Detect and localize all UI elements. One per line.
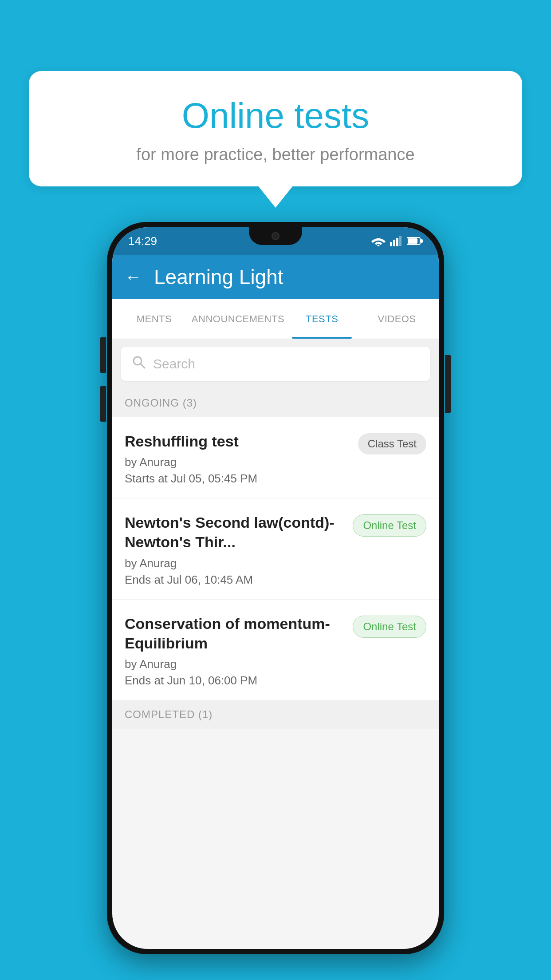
camera — [272, 232, 279, 240]
phone-frame: 14:29 — [107, 222, 444, 954]
test-badge-3: Online Test — [353, 616, 426, 638]
test-list: Reshuffling test by Anurag Starts at Jul… — [112, 417, 439, 700]
tabs-bar: MENTS ANNOUNCEMENTS TESTS VIDEOS — [112, 299, 439, 339]
test-name-2: Newton's Second law(contd)-Newton's Thir… — [125, 513, 346, 552]
app-bar: ← Learning Light — [112, 255, 439, 299]
svg-rect-7 — [421, 239, 423, 243]
notch — [249, 227, 302, 245]
bubble-subtitle: for more practice, better performance — [55, 145, 496, 164]
battery-icon — [407, 237, 423, 245]
test-by-1: by Anurag — [125, 455, 351, 469]
search-container: Search — [112, 339, 439, 389]
svg-rect-6 — [408, 238, 417, 244]
wifi-icon — [371, 236, 386, 246]
signal-icon — [390, 236, 402, 246]
svg-line-9 — [140, 364, 145, 368]
test-name-1: Reshuffling test — [125, 431, 351, 451]
tab-announcements[interactable]: ANNOUNCEMENTS — [192, 299, 284, 339]
svg-rect-4 — [399, 236, 401, 246]
promo-bubble: Online tests for more practice, better p… — [29, 71, 522, 186]
svg-rect-3 — [396, 238, 398, 246]
test-info-2: Newton's Second law(contd)-Newton's Thir… — [125, 513, 346, 586]
volume-down-button[interactable] — [100, 386, 106, 422]
app-title: Learning Light — [154, 265, 283, 289]
test-item-1[interactable]: Reshuffling test by Anurag Starts at Jul… — [112, 417, 439, 498]
phone-screen: 14:29 — [112, 227, 439, 949]
tab-videos[interactable]: VIDEOS — [359, 299, 434, 339]
search-box[interactable]: Search — [121, 347, 430, 381]
power-button[interactable] — [445, 355, 451, 413]
test-time-2: Ends at Jul 06, 10:45 AM — [125, 573, 346, 587]
volume-up-button[interactable] — [100, 337, 106, 373]
test-item-3[interactable]: Conservation of momentum-Equilibrium by … — [112, 600, 439, 700]
test-badge-1: Class Test — [358, 433, 426, 454]
test-by-3: by Anurag — [125, 657, 346, 671]
svg-rect-1 — [390, 242, 392, 246]
test-by-2: by Anurag — [125, 557, 346, 570]
bubble-title: Online tests — [55, 95, 496, 136]
test-time-1: Starts at Jul 05, 05:45 PM — [125, 472, 351, 486]
test-info-1: Reshuffling test by Anurag Starts at Jul… — [125, 431, 351, 486]
test-time-3: Ends at Jun 10, 06:00 PM — [125, 674, 346, 688]
completed-section-header: COMPLETED (1) — [112, 700, 439, 729]
test-name-3: Conservation of momentum-Equilibrium — [125, 614, 346, 653]
completed-label: COMPLETED (1) — [125, 708, 213, 720]
svg-rect-2 — [393, 240, 395, 246]
svg-point-0 — [378, 245, 380, 247]
test-item-2[interactable]: Newton's Second law(contd)-Newton's Thir… — [112, 498, 439, 599]
ongoing-section-header: ONGOING (3) — [112, 389, 439, 417]
search-placeholder: Search — [153, 356, 195, 371]
test-badge-2: Online Test — [353, 514, 426, 537]
back-button[interactable]: ← — [125, 268, 142, 287]
status-icons — [371, 236, 423, 246]
status-time: 14:29 — [128, 234, 157, 248]
ongoing-label: ONGOING (3) — [125, 397, 197, 409]
test-info-3: Conservation of momentum-Equilibrium by … — [125, 614, 346, 688]
tab-tests[interactable]: TESTS — [284, 299, 359, 339]
tab-ments[interactable]: MENTS — [117, 299, 192, 339]
search-icon — [132, 355, 146, 373]
status-bar: 14:29 — [112, 227, 439, 255]
